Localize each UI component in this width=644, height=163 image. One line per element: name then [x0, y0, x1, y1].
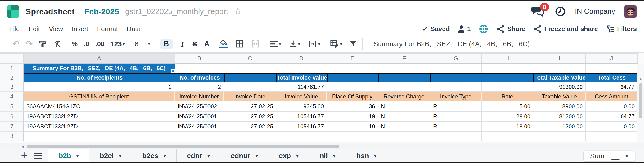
column-header-G[interactable]: G — [430, 53, 482, 64]
font-size-select[interactable]: 8 ▾ — [135, 40, 150, 48]
cell-F5[interactable]: N — [378, 102, 430, 112]
column-header-I[interactable]: I — [534, 53, 586, 64]
cell-F2[interactable] — [378, 73, 430, 82]
fill-handle[interactable] — [171, 69, 174, 73]
cell-A5[interactable]: 36AAACM4154G1ZO — [24, 102, 175, 112]
cell-B3[interactable]: 2 — [175, 82, 224, 92]
undo-icon[interactable]: ↶ — [12, 39, 20, 49]
cell-I4[interactable]: Taxable Value — [534, 92, 586, 102]
row-header-1[interactable]: 1 — [0, 64, 24, 73]
cell-C5[interactable]: 27-02-25 — [224, 102, 276, 112]
sheet-list-button[interactable] — [34, 150, 42, 162]
cell-G3[interactable] — [430, 82, 482, 92]
cell-B8[interactable] — [175, 132, 224, 141]
cell-H6[interactable]: 28.00 — [482, 112, 534, 122]
cell-C7[interactable]: 27-02-25 — [224, 122, 276, 132]
column-header-H[interactable]: H — [482, 53, 534, 64]
tab-dropdown-icon[interactable]: ▾ — [76, 153, 79, 159]
cell-C8[interactable] — [224, 132, 276, 141]
cell-G4[interactable]: Invoice Type — [430, 92, 482, 102]
cell-C1[interactable] — [224, 64, 276, 73]
cell-I1[interactable] — [534, 64, 586, 73]
cell-B1[interactable] — [175, 64, 224, 73]
row-header-8[interactable]: 8 — [0, 132, 24, 141]
sum-selector[interactable]: Sum: __ ▾ — [584, 151, 635, 161]
tab-dropdown-icon[interactable]: ▾ — [333, 153, 336, 159]
tab-dropdown-icon[interactable]: ▾ — [164, 153, 166, 159]
cell-H4[interactable]: Rate — [482, 92, 534, 102]
cell-I5[interactable]: 8900.00 — [534, 102, 586, 112]
cell-H2[interactable] — [482, 73, 534, 82]
avatar[interactable] — [624, 5, 637, 18]
strikethrough-button[interactable]: S — [192, 40, 197, 48]
fill-color-button[interactable] — [219, 39, 228, 48]
cell-H8[interactable] — [482, 132, 534, 141]
sheet-tab-hsn[interactable]: hsn▾ — [346, 150, 387, 162]
row-header-6[interactable]: 6 — [0, 112, 24, 122]
column-header-C[interactable]: C — [224, 53, 276, 64]
text-wrap-button[interactable]: ▾ — [308, 40, 320, 48]
cell-B4[interactable]: Invoice Number — [175, 92, 224, 102]
cell-A2[interactable]: No. of Recipients — [24, 73, 175, 82]
column-header-B[interactable]: B — [175, 53, 224, 64]
cell-F6[interactable]: N — [378, 112, 430, 122]
cell-J3[interactable]: 64.77 — [586, 82, 638, 92]
cell-C3[interactable] — [224, 82, 276, 92]
cell-E1[interactable] — [327, 64, 378, 73]
cell-J7[interactable]: 0.00 — [586, 122, 638, 132]
sheet-tab-cdnur[interactable]: cdnur▾ — [220, 150, 268, 162]
cell-H5[interactable]: 5.00 — [482, 102, 534, 112]
cell-I3[interactable]: 91300.00 — [534, 82, 586, 92]
sheet-tab-nil[interactable]: nil▾ — [309, 150, 346, 162]
cell-D4[interactable]: Invoice Value — [276, 92, 327, 102]
cell-A8[interactable] — [24, 132, 175, 141]
cell-D1[interactable] — [276, 64, 327, 73]
percent-format-button[interactable]: % — [72, 40, 78, 48]
row-header-7[interactable]: 7 — [0, 122, 24, 132]
sheet-tab-b2cl[interactable]: b2cl▾ — [89, 150, 132, 162]
cell-E7[interactable]: 19 — [327, 122, 378, 132]
cell-B7[interactable]: INV/24-25/0001 — [175, 122, 224, 132]
sheet-tab-b2cs[interactable]: b2cs▾ — [132, 150, 177, 162]
tab-dropdown-icon[interactable]: ▾ — [119, 153, 121, 159]
company-name[interactable]: IN Company — [575, 7, 615, 16]
cell-C2[interactable] — [224, 73, 276, 82]
row-header-4[interactable]: 4 — [0, 92, 24, 102]
menu-insert[interactable]: Insert — [72, 25, 88, 33]
tab-dropdown-icon[interactable]: ▾ — [374, 153, 377, 159]
sheet-tab-cdnr[interactable]: cdnr▾ — [177, 150, 220, 162]
row-header-5[interactable]: 5 — [0, 102, 24, 112]
cell-E5[interactable]: 36 — [327, 102, 378, 112]
history-clock-icon[interactable] — [555, 6, 566, 17]
increase-decimal-button[interactable]: .00 — [95, 40, 104, 48]
globe-icon[interactable] — [478, 24, 488, 34]
cell-E3[interactable] — [327, 82, 378, 92]
column-header-A[interactable]: A — [24, 53, 175, 64]
cell-A1[interactable]: Summary For B2B, SEZ, DE (4A, 4B, 6B, 6C… — [24, 64, 175, 73]
doc-tab[interactable]: Feb-2025 — [84, 7, 119, 16]
cell-J4[interactable]: Cess Amount — [586, 92, 638, 102]
cell-G8[interactable] — [430, 132, 482, 141]
merge-cells-button[interactable] — [251, 40, 260, 48]
paint-format-icon[interactable] — [39, 40, 47, 48]
freeze-and-share-button[interactable]: Freeze and share — [534, 24, 598, 33]
cell-I6[interactable]: 81200.00 — [534, 112, 586, 122]
filters-button[interactable]: Filters — [606, 24, 637, 33]
column-header-J[interactable]: J — [586, 53, 638, 64]
sheet-tab-exp[interactable]: exp▾ — [268, 150, 309, 162]
menu-edit[interactable]: Edit — [28, 25, 40, 33]
cell-F4[interactable]: Reverse Charge — [378, 92, 430, 102]
cell-E4[interactable]: Place Of Supply — [327, 92, 378, 102]
document-title[interactable]: gstr1_022025_monthly_report — [125, 7, 228, 16]
cell-B2[interactable]: No. of Invoices — [175, 73, 224, 82]
cell-J5[interactable]: 0.00 — [586, 102, 638, 112]
cell-J1[interactable] — [586, 64, 638, 73]
cell-G6[interactable]: R — [430, 112, 482, 122]
scroll-up-icon[interactable]: ▴ — [638, 76, 644, 81]
cell-C6[interactable]: 27-02-25 — [224, 112, 276, 122]
cell-J2[interactable]: Total Cess — [586, 73, 638, 82]
font-color-button[interactable]: A — [204, 40, 210, 48]
row-header-3[interactable]: 3 — [0, 82, 24, 92]
cell-G2[interactable] — [430, 73, 482, 82]
add-sheet-button[interactable]: + — [21, 150, 28, 162]
